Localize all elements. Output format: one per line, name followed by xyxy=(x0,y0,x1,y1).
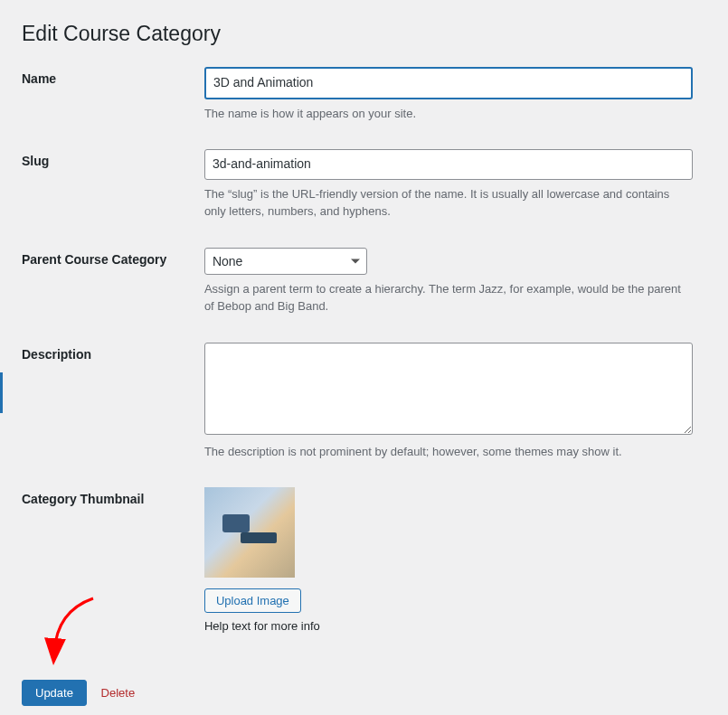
footer-actions: Update Delete xyxy=(0,649,728,706)
description-label: Description xyxy=(22,347,91,362)
description-textarea[interactable] xyxy=(204,343,693,435)
slug-label: Slug xyxy=(22,154,49,168)
upload-image-button[interactable]: Upload Image xyxy=(204,588,301,613)
thumbnail-label: Category Thumbnail xyxy=(22,492,144,506)
thumbnail-preview[interactable] xyxy=(204,487,295,578)
parent-description: Assign a parent term to create a hierarc… xyxy=(204,280,693,315)
parent-label: Parent Course Category xyxy=(22,252,166,267)
description-help: The description is not prominent by defa… xyxy=(204,443,693,461)
thumbnail-help: Help text for more info xyxy=(204,617,693,635)
parent-select[interactable]: None xyxy=(204,248,367,275)
delete-link[interactable]: Delete xyxy=(101,686,136,700)
edit-category-form: Name The name is how it appears on your … xyxy=(0,53,728,649)
slug-input[interactable] xyxy=(204,149,693,180)
page-title: Edit Course Category xyxy=(0,0,728,53)
thumbnail-image xyxy=(204,487,295,578)
update-button[interactable]: Update xyxy=(22,680,87,706)
name-description: The name is how it appears on your site. xyxy=(204,105,693,123)
name-input[interactable] xyxy=(204,67,693,99)
name-label: Name xyxy=(22,71,56,86)
slug-description: The “slug” is the URL-friendly version o… xyxy=(204,185,693,221)
left-edge-accent xyxy=(0,372,3,413)
